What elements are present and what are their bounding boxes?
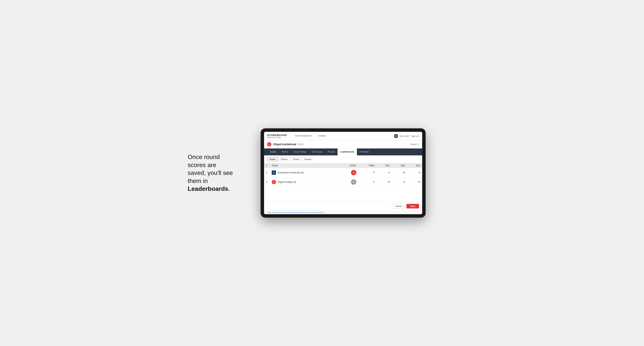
tablet-screen: SCOREBOARD Powered by clippd TOURNAMENTS…: [264, 132, 422, 214]
tab-results[interactable]: Results: [325, 149, 338, 155]
row1-rd2: +5: [392, 168, 407, 177]
footer-cancel-button[interactable]: Cancel: [392, 204, 405, 209]
row1-score-badge: -5: [351, 170, 356, 175]
logo-area: SCOREBOARD Powered by clippd: [267, 134, 287, 138]
nav-teams[interactable]: TEAMS: [315, 132, 329, 140]
nav-right: S Test User | Sign out: [394, 134, 419, 138]
desc-line1: Once round: [188, 154, 220, 160]
row1-rank: 1: [264, 168, 270, 177]
col-rd1: RD1: [376, 163, 392, 168]
row2-thru: F: [358, 177, 376, 187]
row2-team-name: Clippd College [A]: [278, 181, 296, 183]
row2-rd1: +8: [376, 177, 392, 187]
col-total: TOTAL: [338, 163, 358, 168]
table-row: 2 C Clippd College [A] +3 F: [264, 177, 422, 187]
tournament-cancel-btn[interactable]: Cancel ✕: [410, 143, 419, 146]
table-header-row: # TEAM TOTAL THRU RD1 RD2 RD3: [264, 163, 422, 168]
page-container: Once round scores are saved, you'll see …: [188, 128, 456, 218]
row1-total: -5: [338, 168, 358, 177]
tab-tee-groups[interactable]: Tee Groups: [309, 149, 325, 155]
row2-rank: 2: [264, 177, 270, 187]
desc-line4: them in: [188, 177, 208, 184]
desc-line2: scores are: [188, 162, 216, 169]
row1-team-logo: SB: [272, 171, 276, 175]
row1-team: SB Scoreboard University [A]: [270, 168, 338, 177]
row2-team: C Clippd College [A]: [270, 177, 338, 187]
row1-rd3: -6: [407, 168, 422, 177]
row2-rd3: +3: [407, 177, 422, 187]
logo-title: SCOREBOARD: [267, 134, 287, 137]
desc-line5-bold: Leaderboards: [188, 185, 228, 192]
row2-score-badge: +3: [351, 179, 356, 185]
tab-leaderboards[interactable]: Leaderboards: [338, 149, 357, 155]
user-avatar: S: [394, 134, 398, 138]
tournament-title-area: C Clippd Invitational (Men): [267, 142, 304, 146]
table-row: 1 SB Scoreboard University [A] -5 F: [264, 168, 422, 177]
tab-course-setup[interactable]: Course Setup: [290, 149, 309, 155]
tab-teams[interactable]: Teams: [279, 149, 290, 155]
nav-links: TOURNAMENTS TEAMS: [292, 132, 329, 140]
col-rank: #: [264, 163, 270, 168]
sub-nav: Details Teams Course Setup Tee Groups Re…: [264, 149, 422, 155]
filter-teams[interactable]: Teams: [267, 157, 278, 161]
tournament-header: C Clippd Invitational (Men) Cancel ✕: [264, 140, 422, 149]
footer: Cancel Save: [264, 201, 422, 210]
user-name: Test User |: [400, 135, 410, 137]
logo-subtitle: Powered by clippd: [267, 137, 287, 138]
footer-save-button[interactable]: Save: [406, 204, 419, 208]
sign-out-link[interactable]: Sign out: [412, 135, 419, 137]
url-bar: https://stage-blue-coach.stagescoreboard…: [264, 210, 422, 214]
col-thru: THRU: [358, 163, 376, 168]
col-rd3: RD3: [407, 163, 422, 168]
tournament-gender: (Men): [298, 143, 304, 146]
tab-details[interactable]: Details: [267, 149, 279, 155]
nav-tournaments[interactable]: TOURNAMENTS: [292, 132, 315, 140]
url-text: https://stage-blue-coach.stagescoreboard…: [267, 211, 324, 213]
col-rd2: RD2: [392, 163, 407, 168]
row1-thru: F: [358, 168, 376, 177]
tournament-name: Clippd Invitational: [273, 143, 296, 146]
filter-bar: Teams Players Scores Strokes: [264, 155, 422, 163]
desc-line3: saved, you'll see: [188, 169, 233, 176]
filter-scores[interactable]: Scores: [291, 157, 302, 161]
left-description: Once round scores are saved, you'll see …: [188, 153, 249, 193]
row2-total: +3: [338, 177, 358, 187]
tournament-icon: C: [267, 142, 271, 146]
row1-team-name: Scoreboard University [A]: [278, 171, 304, 174]
col-team: TEAM: [270, 163, 338, 168]
tab-printables[interactable]: Printables: [357, 149, 372, 155]
row1-rd1: -4: [376, 168, 392, 177]
row2-rd2: -8: [392, 177, 407, 187]
row2-team-logo: C: [272, 180, 276, 184]
top-nav: SCOREBOARD Powered by clippd TOURNAMENTS…: [264, 132, 422, 140]
desc-line5-end: .: [228, 185, 230, 192]
tablet-frame: SCOREBOARD Powered by clippd TOURNAMENTS…: [260, 128, 426, 218]
filter-players[interactable]: Players: [279, 157, 290, 161]
leaderboard-table: # TEAM TOTAL THRU RD1 RD2 RD3 1: [264, 163, 422, 187]
filter-strokes[interactable]: Strokes: [302, 157, 314, 161]
leaderboard-content: # TEAM TOTAL THRU RD1 RD2 RD3 1: [264, 163, 422, 201]
